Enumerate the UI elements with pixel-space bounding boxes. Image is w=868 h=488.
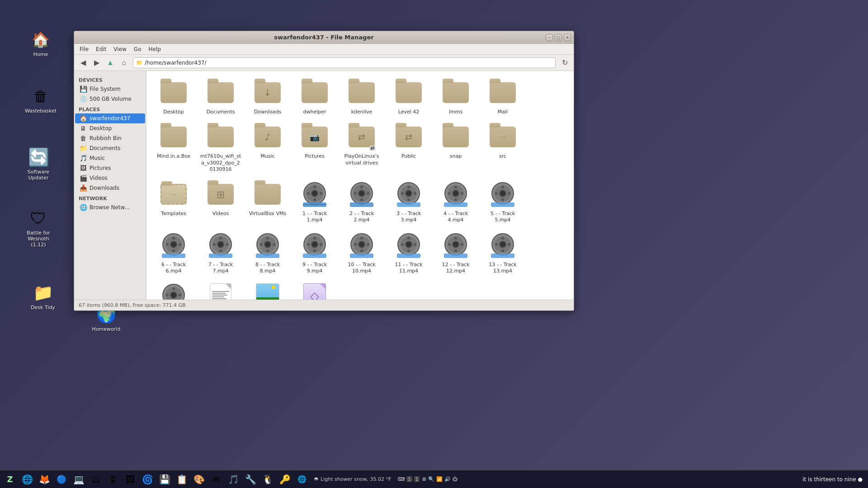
menu-edit[interactable]: Edit xyxy=(92,45,110,53)
file-item-track12[interactable]: 12 - - Track 12.mp4 xyxy=(433,228,478,277)
sidebar-item-swarfendor-label: swarfendor437 xyxy=(90,115,130,122)
file-item-pictures[interactable]: Pictures xyxy=(292,120,337,175)
folder-mt7610u-icon xyxy=(206,122,235,151)
file-item-kdenlive[interactable]: kdenlive xyxy=(339,75,384,118)
menu-bar: File Edit View Go Help xyxy=(74,44,574,55)
file-item-level42[interactable]: Level 42 xyxy=(386,75,431,118)
forward-button[interactable]: ▶ xyxy=(90,56,103,69)
file-item-mindinabox[interactable]: Mind.in.a.Box xyxy=(151,120,196,175)
svg-point-71 xyxy=(320,243,322,246)
desktop-icon-wastebasket[interactable]: 🗑 Wastebasket xyxy=(23,84,59,116)
file-item-track6[interactable]: 6 - - Track 6.mp4 xyxy=(151,228,196,277)
film-track1-icon xyxy=(300,180,329,209)
file-item-playonlinux[interactable]: ⇄ PlayOnLinux's virtual drives xyxy=(339,120,384,175)
taskbar-icon-key[interactable]: 🔑 xyxy=(277,471,293,488)
sidebar-item-downloads[interactable]: 📥 Downloads xyxy=(75,183,145,193)
back-button[interactable]: ◀ xyxy=(77,56,90,69)
taskbar-icon-settings[interactable]: 🎛 xyxy=(105,471,121,488)
svg-point-13 xyxy=(360,198,363,201)
taskbar-icon-laptop[interactable]: 💻 xyxy=(71,471,87,488)
desktop-icon-battle[interactable]: 🛡 Battle for Wesnoth (1.12) xyxy=(20,206,57,249)
svg-point-87 xyxy=(414,243,416,246)
sidebar-item-videos[interactable]: 🎬 Videos xyxy=(75,173,145,183)
file-item-music[interactable]: Music xyxy=(245,120,290,175)
sidebar-item-pictures[interactable]: 🖼 Pictures xyxy=(75,163,145,173)
clock-text: it is thirteen to nine ● xyxy=(802,476,863,483)
svg-point-75 xyxy=(359,241,365,248)
file-item-snap[interactable]: snap xyxy=(433,120,478,175)
refresh-button[interactable]: ↻ xyxy=(558,56,571,69)
file-item-disable-tracker[interactable]: ◇ disable_tracker.sh xyxy=(292,279,337,300)
file-item-src[interactable]: src xyxy=(480,120,525,175)
file-label-lmms: lmms xyxy=(449,109,462,115)
file-item-lmms[interactable]: lmms xyxy=(433,75,478,118)
taskbar-icon-save[interactable]: 💾 xyxy=(156,471,173,488)
film-track11-icon xyxy=(394,231,423,260)
file-item-templates[interactable]: Templates xyxy=(151,177,196,226)
file-item-mail[interactable]: Mail xyxy=(480,75,525,118)
taskbar-icon-z[interactable]: Z xyxy=(2,471,18,488)
sidebar-item-rubbish[interactable]: 🗑 Rubbish Bin xyxy=(75,133,145,143)
svg-point-37 xyxy=(501,198,504,201)
menu-help[interactable]: Help xyxy=(145,45,164,53)
file-item-track2[interactable]: 2 - - Track 2.mp4 xyxy=(339,177,384,226)
file-item-documents[interactable]: Documents xyxy=(198,75,243,118)
taskbar-icon-tux[interactable]: 🐧 xyxy=(259,471,276,488)
desktop-icon-home[interactable]: 🏠 Home xyxy=(23,27,59,59)
sidebar-item-filesystem[interactable]: 💾 File System xyxy=(75,84,145,94)
file-item-track10[interactable]: 10 - - Track 10.mp4 xyxy=(339,228,384,277)
taskbar-icon-network2[interactable]: 🌐 xyxy=(294,471,310,488)
taskbar-icon-files[interactable]: 🗂 xyxy=(88,471,104,488)
sidebar-item-documents[interactable]: 📁 Documents xyxy=(75,143,145,153)
file-item-public[interactable]: Public xyxy=(386,120,431,175)
sidebar-item-swarfendor437[interactable]: 🏠 swarfendor437 xyxy=(75,113,145,123)
desktop-icon-software-updater[interactable]: 🔄 Software Updater xyxy=(20,145,57,183)
file-item-track8[interactable]: 8 - - Track 8.mp4 xyxy=(245,228,290,277)
file-item-downloads[interactable]: Downloads xyxy=(245,75,290,118)
file-item-mt7610u[interactable]: mt7610u_wifi_sta_v3002_dpo_20130916 xyxy=(198,120,243,175)
menu-view[interactable]: View xyxy=(110,45,130,53)
menu-go[interactable]: Go xyxy=(130,45,145,53)
sidebar-item-browse-network[interactable]: 🌐 Browse Netw... xyxy=(75,202,145,212)
svg-point-47 xyxy=(179,243,181,246)
desktop-icon-desk-tidy[interactable]: 📁 Desk Tidy xyxy=(25,280,61,312)
file-item-track5[interactable]: 5 - - Track 5.mp4 xyxy=(480,177,525,226)
file-item-track9[interactable]: 9 - - Track 9.mp4 xyxy=(292,228,337,277)
menu-file[interactable]: File xyxy=(76,45,92,53)
file-item-track13[interactable]: 13 - - Track 13.mp4 xyxy=(480,228,525,277)
taskbar-icon-mail[interactable]: ✉ xyxy=(208,471,224,488)
file-item-64bit-office[interactable]: 64-bit office link xyxy=(198,279,243,300)
file-item-videos[interactable]: Videos xyxy=(198,177,243,226)
up-button[interactable]: ▲ xyxy=(104,56,117,69)
close-button[interactable]: ✕ xyxy=(564,34,571,41)
taskbar-icon-image[interactable]: 🖼 xyxy=(122,471,138,488)
sidebar-item-volume[interactable]: 💿 500 GB Volume xyxy=(75,94,145,104)
folder-pictures-icon xyxy=(300,122,329,151)
taskbar-icon-clipboard[interactable]: 📋 xyxy=(174,471,190,488)
maximize-button[interactable]: □ xyxy=(555,34,562,41)
file-item-blakeys-mix[interactable]: Blakeys Mix xyxy=(245,279,290,300)
file-item-dwhelper[interactable]: dwhelper xyxy=(292,75,337,118)
sidebar-item-desktop[interactable]: 🖥 Desktop xyxy=(75,123,145,133)
taskbar-icon-browser[interactable]: 🌐 xyxy=(19,471,35,488)
file-item-virtualbox[interactable]: VirtualBox VMs xyxy=(245,177,290,226)
file-item-track14[interactable]: 14 - - Track 14.mp4 xyxy=(151,279,196,300)
file-item-track4[interactable]: 4 - - Track 4.mp4 xyxy=(433,177,478,226)
taskbar-icon-music[interactable]: 🎵 xyxy=(225,471,241,488)
file-item-desktop[interactable]: Desktop xyxy=(151,75,196,118)
taskbar-icon-firefox[interactable]: 🦊 xyxy=(36,471,52,488)
address-bar[interactable]: 📁 /home/swarfendor437/ xyxy=(133,57,556,68)
file-item-track3[interactable]: 3 - - Track 3.mp4 xyxy=(386,177,431,226)
taskbar-icon-swirl[interactable]: 🌀 xyxy=(139,471,156,488)
file-manager-window: swarfendor437 - File Manager ─ □ ✕ File … xyxy=(74,31,574,311)
minimize-button[interactable]: ─ xyxy=(546,34,553,41)
taskbar-icon-tools[interactable]: 🔧 xyxy=(242,471,259,488)
file-item-track7[interactable]: 7 - - Track 7.mp4 xyxy=(198,228,243,277)
file-item-track11[interactable]: 11 - - Track 11.mp4 xyxy=(386,228,431,277)
taskbar-icon-blue[interactable]: 🔵 xyxy=(53,471,70,488)
sidebar-item-music[interactable]: 🎵 Music xyxy=(75,153,145,163)
film-track6-icon xyxy=(159,231,188,260)
file-item-track1[interactable]: 1 - - Track 1.mp4 xyxy=(292,177,337,226)
home-nav-button[interactable]: ⌂ xyxy=(118,56,130,69)
taskbar-icon-palette[interactable]: 🎨 xyxy=(191,471,207,488)
